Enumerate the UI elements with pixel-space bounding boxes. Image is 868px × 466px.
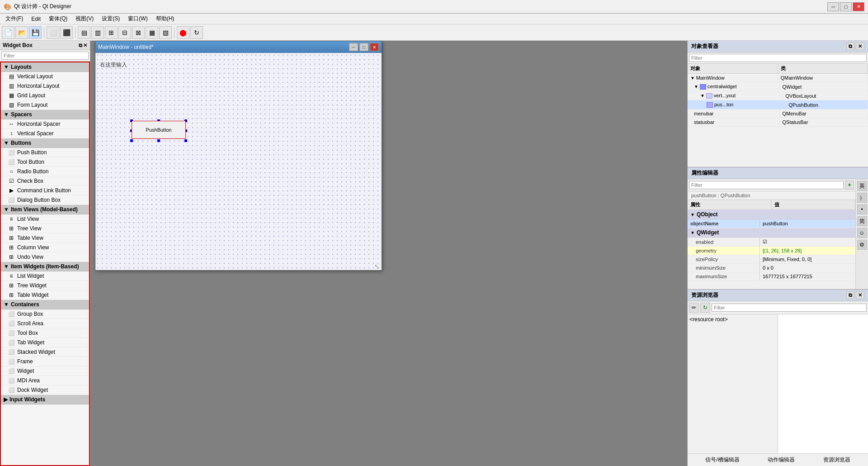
prop-row-maximumsize[interactable]: maximumSize 16777215 x 16777215	[688, 272, 855, 281]
object-inspector-filter-input[interactable]	[689, 54, 867, 62]
widget-item-horizontal-layout[interactable]: ▥ Horizontal Layout	[1, 81, 89, 91]
widget-item-dock-widget[interactable]: ⬜ Dock Widget	[1, 385, 89, 395]
prop-side-btn-chinese[interactable]: 简	[857, 216, 867, 226]
footer-tab-resource-browser[interactable]: 资源浏览器	[821, 455, 852, 465]
layout-button3[interactable]: ⊞	[105, 26, 118, 39]
widget-item-check-box[interactable]: ☑ Check Box	[1, 176, 89, 186]
resource-root-item[interactable]: <resource root>	[689, 316, 728, 323]
widget-item-vertical-layout[interactable]: ▤ Vertical Layout	[1, 72, 89, 81]
resource-refresh-btn[interactable]: ↻	[700, 303, 710, 313]
footer-tab-action-editor[interactable]: 动作编辑器	[766, 455, 797, 465]
prop-row-sizepolicy[interactable]: sizePolicy [Minimum, Fixed, 0, 0]	[688, 255, 855, 264]
layout-button1[interactable]: ▤	[78, 26, 90, 39]
property-filter-input[interactable]	[689, 181, 844, 189]
new-button[interactable]: 📄	[2, 26, 14, 39]
widget-item-tab-widget[interactable]: ⬜ Tab Widget	[1, 338, 89, 347]
widget-item-grid-layout[interactable]: ▦ Grid Layout	[1, 91, 89, 100]
maximize-button[interactable]: □	[840, 2, 852, 11]
widget-item-group-box[interactable]: ⬜ Group Box	[1, 309, 89, 319]
preview2-button[interactable]: ⬛	[60, 26, 73, 39]
menu-view[interactable]: 视图(V)	[72, 14, 97, 24]
design-canvas[interactable]: 在这里输入 PushButton ⤡	[95, 53, 382, 270]
prop-side-btn-english[interactable]: 英	[857, 181, 867, 191]
widget-item-tree-widget[interactable]: ⊞ Tree Widget	[1, 281, 89, 290]
widget-item-tree-view[interactable]: ⊞ Tree View	[1, 224, 89, 233]
prop-row-minimumsize[interactable]: minimumSize 0 x 0	[688, 264, 855, 272]
category-containers[interactable]: ▼ Containers	[1, 300, 89, 309]
close-button[interactable]: ✕	[853, 2, 864, 11]
stop-button[interactable]: ⬤	[177, 26, 189, 39]
menu-file[interactable]: 文件(F)	[2, 14, 27, 24]
prop-side-btn-dot[interactable]: •	[857, 204, 867, 214]
category-layouts[interactable]: ▼ Layouts	[1, 62, 89, 72]
save-button[interactable]: 💾	[29, 26, 42, 39]
object-inspector-float-btn[interactable]: ⧉	[846, 43, 854, 50]
category-buttons[interactable]: ▼ Buttons	[1, 138, 89, 148]
widget-item-column-view[interactable]: ⊞ Column View	[1, 243, 89, 252]
widget-item-radio-button[interactable]: ○ Radio Button	[1, 167, 89, 176]
push-button-container[interactable]: PushButton	[132, 121, 186, 141]
property-add-button[interactable]: +	[845, 181, 854, 190]
widget-item-table-view[interactable]: ⊞ Table View	[1, 233, 89, 243]
widget-item-command-link-button[interactable]: ▶ Command Link Button	[1, 186, 89, 195]
layout-button5[interactable]: ⊠	[132, 26, 145, 39]
object-inspector-close-btn[interactable]: ✕	[856, 43, 864, 50]
menu-settings[interactable]: 设置(S)	[98, 14, 123, 24]
widget-item-scroll-area[interactable]: ⬜ Scroll Area	[1, 319, 89, 328]
category-item-widgets[interactable]: ▼ Item Widgets (Item-Based)	[1, 262, 89, 271]
resource-browser-float-btn[interactable]: ⧉	[846, 291, 854, 299]
widget-item-tool-button[interactable]: ⬜ Tool Button	[1, 157, 89, 167]
obj-row-mainwindow[interactable]: ▼ MainWindow QMainWindow	[688, 74, 868, 82]
obj-row-centralwidget[interactable]: ▼ centralwidget QWidget	[688, 82, 868, 91]
widget-item-table-widget[interactable]: ⊞ Table Widget	[1, 290, 89, 300]
widget-box-close-btn[interactable]: ✕	[83, 43, 87, 48]
widget-item-widget[interactable]: ⬜ Widget	[1, 366, 89, 376]
widget-item-push-button[interactable]: ⬜ Push Button	[1, 148, 89, 157]
layout-button4[interactable]: ⊟	[118, 26, 131, 39]
category-spacers[interactable]: ▼ Spacers	[1, 110, 89, 119]
widget-item-mdi-area[interactable]: ⬜ MDI Area	[1, 376, 89, 385]
push-button[interactable]: PushButton	[132, 121, 186, 139]
design-win-minimize[interactable]: ─	[349, 43, 358, 51]
prop-side-btn-gear[interactable]: ⚙	[857, 240, 867, 250]
widget-item-list-widget[interactable]: ≡ List Widget	[1, 271, 89, 281]
obj-row-pushbutton[interactable]: pus...ton QPushButton	[688, 100, 868, 109]
canvas-resize-handle[interactable]: ⤡	[374, 263, 380, 268]
menu-help[interactable]: 帮助(H)	[152, 14, 178, 24]
layout-button6[interactable]: ▦	[146, 26, 158, 39]
resource-filter-input[interactable]	[712, 304, 867, 312]
layout-button2[interactable]: ▥	[91, 26, 104, 39]
widget-item-vertical-spacer[interactable]: ↕ Vertical Spacer	[1, 129, 89, 138]
widget-item-list-view[interactable]: ≡ List View	[1, 214, 89, 224]
refresh-button[interactable]: ↻	[190, 26, 203, 39]
minimize-button[interactable]: ─	[827, 2, 839, 11]
obj-row-vertlayout[interactable]: ▼ vert...yout QVBoxLayout	[688, 91, 868, 100]
obj-row-menubar[interactable]: menubar QMenuBar	[688, 109, 868, 118]
widget-box-float-btn[interactable]: ⧉	[79, 43, 82, 48]
category-input-widgets[interactable]: ▶ Input Widgets	[1, 395, 89, 404]
footer-tab-signal-slot[interactable]: 信号/槽编辑器	[703, 455, 741, 465]
design-win-maximize[interactable]: □	[359, 43, 368, 51]
prop-side-btn-paren[interactable]: ）	[857, 193, 867, 203]
menu-window[interactable]: 窗口(W)	[124, 14, 151, 24]
resource-browser-close-btn[interactable]: ✕	[856, 291, 864, 299]
menu-edit[interactable]: Edit	[28, 15, 44, 23]
widget-item-stacked-widget[interactable]: ⬜ Stacked Widget	[1, 347, 89, 357]
layout-button7[interactable]: ▧	[159, 26, 172, 39]
open-button[interactable]: 📂	[15, 26, 28, 39]
prop-side-btn-smile[interactable]: ☺	[857, 228, 867, 238]
menu-form[interactable]: 窗体(Q)	[45, 14, 71, 24]
obj-row-statusbar[interactable]: statusbar QStatusBar	[688, 118, 868, 127]
widget-item-dialog-button-box[interactable]: ⬜ Dialog Button Box	[1, 195, 89, 205]
widget-item-form-layout[interactable]: ▧ Form Layout	[1, 100, 89, 110]
design-win-close[interactable]: ✕	[370, 43, 379, 51]
widget-box-filter-input[interactable]	[1, 52, 89, 60]
widget-item-undo-view[interactable]: ⊞ Undo View	[1, 252, 89, 262]
category-item-views[interactable]: ▼ Item Views (Model-Based)	[1, 205, 89, 214]
prop-row-enabled[interactable]: enabled ☑	[688, 238, 855, 247]
prop-row-objectname[interactable]: objectName pushButton	[688, 219, 855, 228]
widget-item-frame[interactable]: ⬜ Frame	[1, 357, 89, 366]
prop-row-geometry[interactable]: geometry [(1, 26), 158 x 28]	[688, 247, 855, 255]
resource-edit-btn[interactable]: ✏	[689, 303, 699, 313]
widget-item-horizontal-spacer[interactable]: ↔ Horizontal Spacer	[1, 119, 89, 129]
